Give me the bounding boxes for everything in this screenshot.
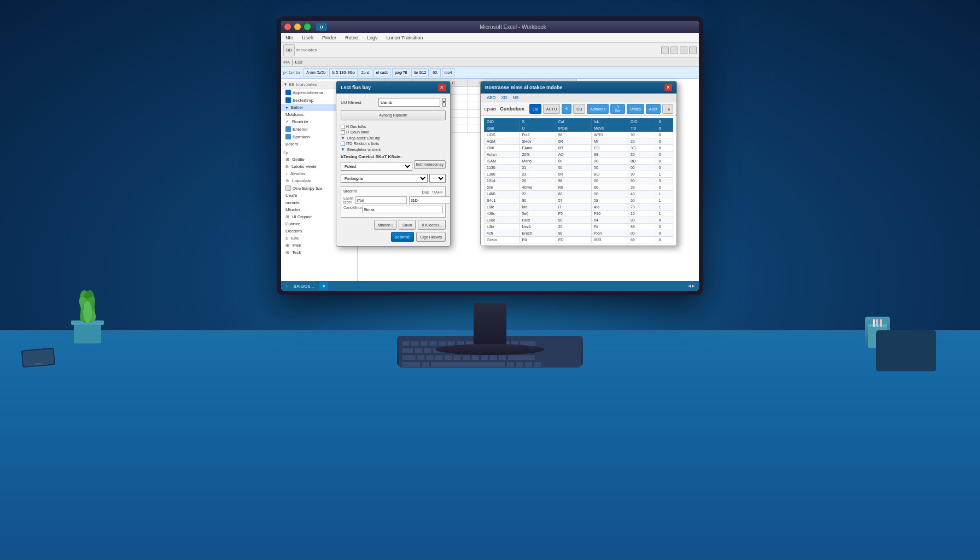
data-cell-6-4[interactable]: 90 bbox=[628, 171, 656, 178]
data-cell-3-5[interactable]: 0 bbox=[656, 151, 673, 158]
subtitle-aed[interactable]: AED bbox=[485, 95, 497, 101]
data-cell-2-3[interactable]: EO bbox=[592, 145, 628, 151]
find-submit-btn[interactable]: Besitmlel bbox=[391, 232, 414, 242]
data-cell-3-2[interactable]: AO bbox=[556, 151, 591, 158]
data-tab-rotate[interactable]: ⟲ bbox=[562, 104, 571, 114]
data-cell-15-0[interactable]: 4ch bbox=[485, 230, 520, 237]
data-cell-9-1[interactable]: 22 bbox=[520, 191, 556, 197]
data-cell-6-2[interactable]: 0R bbox=[556, 171, 591, 178]
data-cell-5-3[interactable]: 50 bbox=[592, 165, 628, 171]
data-cell-15-4[interactable]: 00 bbox=[628, 230, 656, 237]
data-cell-14-4[interactable]: 89 bbox=[628, 224, 656, 230]
data-cell-10-4[interactable]: 60 bbox=[628, 197, 656, 204]
data-cell-16-0[interactable]: Gcalo bbox=[485, 237, 520, 243]
data-cell-15-3[interactable]: Plon bbox=[592, 230, 628, 237]
data-cell-10-2[interactable]: 57 bbox=[556, 197, 591, 204]
menu-logv[interactable]: Logv bbox=[365, 34, 380, 41]
find-row1-col2[interactable] bbox=[409, 196, 451, 204]
data-cell-4-0[interactable]: ISAM bbox=[485, 158, 520, 165]
data-cell-1-4[interactable]: 30 bbox=[628, 138, 656, 145]
data-tab-umlco[interactable]: Umlco bbox=[627, 104, 644, 114]
find-row2-col1[interactable] bbox=[362, 206, 443, 213]
data-cell-14-0[interactable]: L4lo bbox=[485, 224, 520, 230]
data-cell-12-5[interactable]: 1 bbox=[656, 211, 673, 217]
window-minimize-btn[interactable] bbox=[294, 24, 301, 30]
data-cell-9-5[interactable]: 1 bbox=[656, 191, 673, 197]
data-cell-13-0[interactable]: L00c bbox=[485, 217, 520, 224]
data-cell-5-2[interactable]: 50 bbox=[556, 165, 591, 171]
data-cell-13-3[interactable]: 64 bbox=[592, 217, 628, 224]
toolbar-icon-1[interactable] bbox=[661, 46, 669, 54]
data-cell-2-4[interactable]: 3G bbox=[628, 145, 656, 151]
window-close-btn[interactable] bbox=[284, 24, 291, 30]
data-dialog-close-btn[interactable]: ✕ bbox=[664, 84, 672, 91]
data-cell-16-2[interactable]: ED bbox=[556, 237, 591, 243]
ribbon-btn-6[interactable]: ite G12 bbox=[411, 68, 429, 77]
find-manual-btn[interactable]: Mtanan ! bbox=[374, 220, 396, 230]
data-cell-6-0[interactable]: L300 bbox=[485, 171, 520, 178]
subtitle-ns[interactable]: NS bbox=[511, 95, 521, 101]
data-tab-ob2[interactable]: OB bbox=[573, 104, 585, 114]
data-cell-12-2[interactable]: F5 bbox=[556, 211, 591, 217]
data-cell-2-1[interactable]: EAmo bbox=[520, 145, 556, 151]
data-cell-15-5[interactable]: 0 bbox=[656, 230, 673, 237]
data-cell-11-5[interactable]: 1 bbox=[656, 204, 673, 211]
menu-useh[interactable]: Useh bbox=[300, 34, 316, 41]
data-cell-16-1[interactable]: R0 bbox=[520, 237, 556, 243]
data-cell-0-0[interactable]: LiOS bbox=[485, 132, 520, 138]
data-cell-5-0[interactable]: 1130 bbox=[485, 165, 520, 171]
data-cell-11-4[interactable]: 70 bbox=[628, 204, 656, 211]
data-cell-8-3[interactable]: 80 bbox=[592, 184, 628, 191]
data-cell-10-5[interactable]: 1 bbox=[656, 197, 673, 204]
data-cell-3-3[interactable]: 98 bbox=[592, 151, 628, 158]
data-tab-ob1[interactable]: OB bbox=[529, 104, 541, 114]
data-cell-11-2[interactable]: IT bbox=[556, 204, 591, 211]
find-btn-right[interactable]: huttrmorescmay bbox=[414, 160, 446, 169]
toolbar-icon-4[interactable] bbox=[689, 46, 697, 54]
data-cell-12-4[interactable]: 10 bbox=[628, 211, 656, 217]
find-dropdown-btn[interactable]: ▾ bbox=[442, 98, 446, 107]
data-cell-13-5[interactable]: 0 bbox=[656, 217, 673, 224]
subtitle-xd[interactable]: XD bbox=[499, 95, 509, 101]
ribbon-btn-5[interactable]: pagr?B bbox=[392, 68, 410, 77]
data-cell-5-4[interactable]: 00 bbox=[628, 165, 656, 171]
data-tab-auto[interactable]: AUTO bbox=[543, 104, 560, 114]
data-cell-2-0[interactable]: I306 bbox=[485, 145, 520, 151]
find-row1-col1[interactable] bbox=[355, 196, 407, 204]
data-cell-2-5[interactable]: 0 bbox=[656, 145, 673, 151]
data-cell-11-0[interactable]: L0Ie bbox=[485, 204, 520, 211]
data-cell-11-3[interactable]: Aio bbox=[592, 204, 628, 211]
data-cell-3-0[interactable]: Aotsn bbox=[485, 151, 520, 158]
ribbon-btn-8[interactable]: ibo4 bbox=[442, 68, 454, 77]
ribbon-btn-2[interactable]: fc 5 13G 9Go bbox=[329, 68, 358, 77]
data-cell-8-5[interactable]: 0 bbox=[656, 184, 673, 191]
ribbon-btn-4[interactable]: el cadb bbox=[374, 68, 392, 77]
find-checkbox-4[interactable] bbox=[341, 142, 345, 146]
data-cell-0-4[interactable]: 90 bbox=[628, 132, 656, 138]
data-cell-5-5[interactable]: 0 bbox=[656, 165, 673, 171]
status-filter-icon[interactable]: ▼ bbox=[319, 282, 328, 290]
data-cell-16-4[interactable]: 69 bbox=[628, 237, 656, 243]
navigate-btn[interactable]: Avnang Ripalorn bbox=[341, 110, 446, 120]
data-cell-4-5[interactable]: 0 bbox=[656, 158, 673, 165]
data-cell-6-3[interactable]: BO bbox=[592, 171, 628, 178]
data-cell-1-5[interactable]: 0 bbox=[656, 138, 673, 145]
data-cell-4-4[interactable]: BD bbox=[628, 158, 656, 165]
data-cell-10-1[interactable]: 90 bbox=[520, 197, 556, 204]
data-cell-4-1[interactable]: Mand bbox=[520, 158, 556, 165]
find-select-2[interactable]: Fontaqyria bbox=[341, 174, 428, 183]
ribbon-btn-1[interactable]: A mm 5x5b bbox=[304, 68, 328, 77]
menu-nte[interactable]: Nte bbox=[283, 34, 295, 41]
data-cell-8-4[interactable]: 38 bbox=[628, 184, 656, 191]
data-cell-3-4[interactable]: 30 bbox=[628, 151, 656, 158]
data-cell-10-3[interactable]: 58 bbox=[592, 197, 628, 204]
data-cell-12-3[interactable]: F90 bbox=[592, 211, 628, 217]
find-descr-btn[interactable]: 0 Klioectu... bbox=[418, 220, 446, 230]
data-cell-9-3[interactable]: 00 bbox=[592, 191, 628, 197]
data-cell-7-2[interactable]: 98 bbox=[556, 178, 591, 184]
data-cell-9-0[interactable]: L400 bbox=[485, 191, 520, 197]
data-cell-13-2[interactable]: 90 bbox=[556, 217, 591, 224]
sidebar-item-teck[interactable]: ⊞ Teck bbox=[281, 249, 357, 256]
toolbar-icon-2[interactable] bbox=[670, 46, 678, 54]
data-cell-7-1[interactable]: 26 bbox=[520, 178, 556, 184]
